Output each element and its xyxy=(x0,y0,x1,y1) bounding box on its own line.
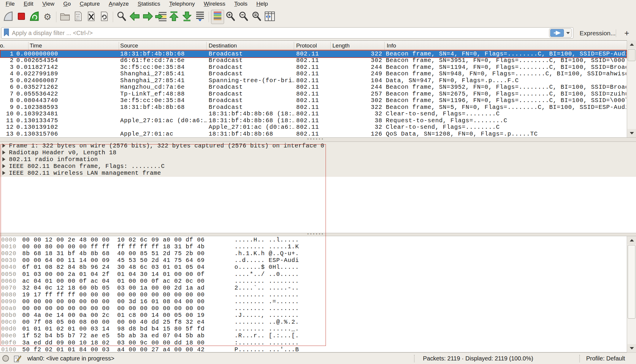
scroll-down-button[interactable] xyxy=(627,344,636,352)
display-filter-input[interactable] xyxy=(9,30,549,36)
packet-row-6[interactable]: 60.035271262Hangzhou_cd:7a:6eBroadcast80… xyxy=(0,84,627,91)
column-header-time[interactable]: Time xyxy=(30,42,42,49)
column-header-protocol[interactable]: Protocol xyxy=(296,42,317,49)
scroll-down-button[interactable] xyxy=(627,129,636,137)
hex-row-00c0[interactable]: 00c000 7f 08 05 00 08 00 00 00 00 40 dd … xyxy=(0,319,626,325)
resize-columns-button[interactable] xyxy=(263,10,276,24)
profile-text[interactable]: Profile: Default xyxy=(586,353,625,364)
zoom-normal-button[interactable] xyxy=(250,10,263,24)
column-separator[interactable] xyxy=(384,42,385,50)
hex-row-00f0[interactable]: 00f03a ed dd 09 00 10 18 02 03 00 9c 00 … xyxy=(0,339,626,346)
hex-row-0020[interactable]: 00208b 68 18 31 bf 4b 8b 68 40 00 85 51 … xyxy=(0,250,626,257)
scrollbar-thumb[interactable] xyxy=(628,49,635,61)
expander-icon[interactable] xyxy=(2,144,5,148)
hex-row-0050[interactable]: 005001 03 00 00 2a 01 04 2f 01 04 30 14 … xyxy=(0,271,626,278)
packet-list-scrollbar[interactable] xyxy=(627,40,636,137)
close-file-button[interactable] xyxy=(85,10,98,24)
capture-comment-icon[interactable] xyxy=(14,355,21,364)
menu-help[interactable]: Help xyxy=(252,0,272,8)
hex-row-0000[interactable]: 000000 00 12 00 2e 48 00 00 10 02 6c 09 … xyxy=(0,236,626,243)
stop-capture-button[interactable] xyxy=(15,10,28,24)
column-header-destination[interactable]: Destination xyxy=(209,42,237,49)
column-header-source[interactable]: Source xyxy=(120,42,138,49)
apply-filter-button[interactable] xyxy=(550,29,564,37)
menu-capture[interactable]: Capture xyxy=(75,0,104,8)
open-file-button[interactable] xyxy=(58,10,72,24)
detail-row[interactable]: Radiotap Header v0, Length 18 xyxy=(0,149,636,156)
save-file-button[interactable]: 010101011 xyxy=(72,10,85,24)
column-header-length[interactable]: Length xyxy=(332,42,350,49)
column-header-info[interactable]: Info xyxy=(387,42,396,49)
packet-row-11[interactable]: 110.130133475Apple_27:01:ac (d0:a6:…18:3… xyxy=(0,117,627,124)
forward-button[interactable] xyxy=(141,10,154,24)
expander-icon[interactable] xyxy=(2,164,5,168)
detail-row[interactable]: Frame 1: 322 bytes on wire (2576 bits), … xyxy=(0,142,636,149)
bookmark-icon[interactable] xyxy=(4,28,9,37)
hex-row-0030[interactable]: 003000 00 64 00 11 14 00 09 45 53 50 2d … xyxy=(0,257,626,264)
hex-row-00e0[interactable]: 00e01f 52 b4 b5 b7 72 ae e5 5b ab 3a ed … xyxy=(0,332,626,339)
expander-icon[interactable] xyxy=(2,171,5,175)
list-detail-splitter[interactable]: ······ xyxy=(0,137,636,142)
scrollbar-thumb[interactable] xyxy=(628,245,635,319)
hex-row-0080[interactable]: 008019 17 ff ff ff 00 00 00 00 00 00 00 … xyxy=(0,291,626,298)
expander-icon[interactable] xyxy=(2,157,5,161)
detail-row[interactable]: IEEE 802.11 wireless LAN management fram… xyxy=(0,170,636,177)
display-filter-field[interactable] xyxy=(1,27,573,39)
packet-row-10[interactable]: 100.10392348118:31:bf:4b:8b:68 (18:…802.… xyxy=(0,111,627,117)
hex-row-0090[interactable]: 009000 00 00 00 00 00 00 00 00 3d 16 01 … xyxy=(0,298,626,305)
hex-row-0070[interactable]: 007032 04 0c 12 18 60 0b 05 03 00 1a 00 … xyxy=(0,284,626,291)
column-separator[interactable] xyxy=(294,42,294,50)
hex-row-0010[interactable]: 001000 00 80 00 00 00 ff ff ff ff ff ff … xyxy=(0,243,626,250)
reload-file-button[interactable] xyxy=(98,10,111,24)
menu-statistics[interactable]: Statistics xyxy=(133,0,165,8)
column-separator[interactable] xyxy=(206,42,207,50)
expression-button[interactable]: Expression... xyxy=(580,26,616,40)
scroll-up-button[interactable] xyxy=(627,40,636,49)
menu-telephony[interactable]: Telephony xyxy=(165,0,199,8)
hex-row-00b0[interactable]: 00b000 4a 0e 14 00 0a 00 2c 01 c8 00 14 … xyxy=(0,312,626,319)
goto-packet-button[interactable] xyxy=(154,10,167,24)
hex-row-0040[interactable]: 00406f 01 08 82 84 8b 96 24 30 48 6c 03 … xyxy=(0,264,626,271)
packet-row-7[interactable]: 70.055536422Tp-LinkT_ef:48:88Broadcast80… xyxy=(0,91,627,98)
column-header-no[interactable]: No. xyxy=(0,42,5,49)
add-filter-button[interactable]: + xyxy=(621,26,633,40)
expander-icon[interactable] xyxy=(2,150,5,155)
column-separator[interactable] xyxy=(330,42,331,50)
last-packet-button[interactable] xyxy=(180,10,194,24)
first-packet-button[interactable] xyxy=(167,10,180,24)
menu-edit[interactable]: Edit xyxy=(19,0,38,8)
zoom-in-button[interactable] xyxy=(224,10,237,24)
zoom-out-button[interactable] xyxy=(237,10,250,24)
menu-file[interactable]: File xyxy=(1,0,19,8)
colorize-button[interactable] xyxy=(211,10,224,24)
menu-go[interactable]: Go xyxy=(59,0,75,8)
packet-row-2[interactable]: 20.002654354d6:61:fe:cd:7a:6eBroadcast80… xyxy=(0,57,627,64)
packet-row-1[interactable]: 10.00000000018:31:bf:4b:8b:68Broadcast80… xyxy=(0,51,627,58)
autoscroll-button[interactable] xyxy=(194,10,207,24)
menu-wireless[interactable]: Wireless xyxy=(199,0,230,8)
packet-row-12[interactable]: 120.130139102Apple_27:01:ac (d0:a6:…802.… xyxy=(0,124,627,131)
restart-capture-button[interactable] xyxy=(28,10,41,24)
detail-bytes-splitter[interactable]: ······ xyxy=(0,233,636,236)
find-packet-button[interactable] xyxy=(115,10,128,24)
packet-row-5[interactable]: 50.024060087Shanghai_27:85:41Spanning-tr… xyxy=(0,77,627,84)
start-capture-button[interactable] xyxy=(2,10,15,24)
hex-row-00d0[interactable]: 00d001 01 01 02 01 00 03 14 98 d8 bd b4 … xyxy=(0,325,626,332)
filter-history-dropdown-icon[interactable] xyxy=(566,32,570,34)
hex-row-0060[interactable]: 0060ac 04 01 00 00 0f ac 04 01 00 00 0f … xyxy=(0,278,626,284)
menu-analyze[interactable]: Analyze xyxy=(104,0,133,8)
hex-row-0100[interactable]: 010050 f2 02 01 01 84 00 03 a4 00 00 27 … xyxy=(0,346,626,352)
menu-tools[interactable]: Tools xyxy=(230,0,252,8)
back-button[interactable] xyxy=(128,10,141,24)
scroll-up-button[interactable] xyxy=(627,236,636,244)
expert-info-icon[interactable] xyxy=(2,355,9,362)
capture-options-button[interactable]: ⚙ xyxy=(41,10,54,24)
packet-row-8[interactable]: 80.0804437403e:f5:cc:0e:35:84Broadcast80… xyxy=(0,97,627,104)
detail-row[interactable]: IEEE 802.11 Beacon frame, Flags: .......… xyxy=(0,163,636,170)
detail-row[interactable]: 802.11 radio information xyxy=(0,156,636,163)
packet-bytes-scrollbar[interactable] xyxy=(627,236,636,352)
packet-row-3[interactable]: 30.0118271423c:f5:cc:0e:35:84Broadcast80… xyxy=(0,64,627,71)
packet-list-header[interactable]: No.TimeSourceDestinationProtocolLengthIn… xyxy=(0,40,627,51)
packet-row-4[interactable]: 40.022799189Shanghai_27:85:41Broadcast80… xyxy=(0,71,627,77)
menu-view[interactable]: View xyxy=(38,0,59,8)
